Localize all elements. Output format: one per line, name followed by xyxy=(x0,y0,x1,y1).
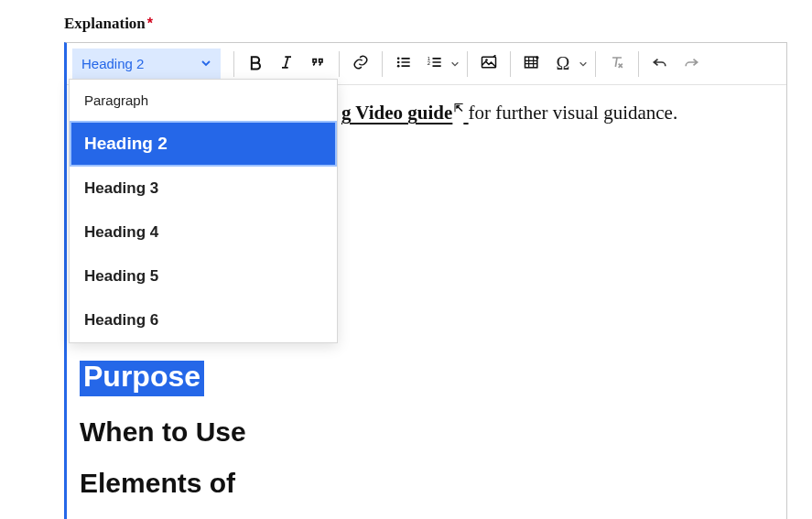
toolbar-separator xyxy=(595,51,596,77)
toolbar-separator xyxy=(510,51,511,77)
insert-table-button[interactable] xyxy=(516,49,547,80)
external-link-icon: ⇱ xyxy=(454,102,463,115)
bulleted-list-icon xyxy=(395,53,413,75)
heading-option-heading-2[interactable]: Heading 2 xyxy=(70,121,337,167)
redo-icon xyxy=(682,53,700,75)
video-guide-link-text: g Video guide xyxy=(341,102,452,124)
bold-icon xyxy=(246,53,265,75)
toolbar-separator xyxy=(339,51,340,77)
toolbar-separator xyxy=(467,51,468,77)
required-indicator: * xyxy=(147,16,153,31)
clear-formatting-button[interactable] xyxy=(601,49,633,80)
svg-point-1 xyxy=(397,60,400,63)
heading-dropdown-menu[interactable]: ParagraphHeading 2Heading 3Heading 4Head… xyxy=(69,79,338,343)
svg-point-6 xyxy=(485,59,488,61)
svg-point-0 xyxy=(397,57,400,59)
toolbar-separator xyxy=(638,51,639,77)
link-button[interactable] xyxy=(345,49,376,80)
numbered-list-button[interactable]: 12 xyxy=(419,49,450,80)
undo-icon xyxy=(651,53,669,75)
content-line-1: g Video guide⇱ for further visual guidan… xyxy=(341,102,774,124)
chevron-down-icon xyxy=(450,56,460,72)
heading-option-heading-3[interactable]: Heading 3 xyxy=(70,167,337,211)
svg-rect-7 xyxy=(525,57,537,68)
heading-option-heading-5[interactable]: Heading 5 xyxy=(70,254,337,298)
clear-format-icon xyxy=(608,53,626,75)
toolbar-separator xyxy=(382,51,383,77)
media-icon xyxy=(480,53,498,75)
undo-button[interactable] xyxy=(644,49,676,80)
link-icon xyxy=(352,53,370,75)
chevron-down-icon xyxy=(200,56,211,71)
toolbar-separator xyxy=(233,51,234,77)
blockquote-button[interactable] xyxy=(302,49,333,80)
svg-rect-5 xyxy=(482,57,496,68)
heading-when-to-use[interactable]: When to Use xyxy=(80,416,774,448)
italic-button[interactable] xyxy=(271,49,302,80)
chevron-down-icon xyxy=(579,56,588,72)
italic-icon xyxy=(277,53,296,75)
heading-option-heading-4[interactable]: Heading 4 xyxy=(70,211,337,254)
content-line-1-rest: for further visual guidance. xyxy=(469,102,678,124)
insert-media-button[interactable] xyxy=(473,49,504,80)
numbered-list-icon: 12 xyxy=(426,53,444,75)
bulleted-list-button[interactable] xyxy=(388,49,419,80)
list-style-dropdown[interactable] xyxy=(449,56,461,72)
table-icon xyxy=(523,53,541,75)
heading-elements-of[interactable]: Elements of xyxy=(80,468,774,499)
special-char-button[interactable]: Ω xyxy=(547,49,579,80)
video-guide-link[interactable]: g Video guide⇱ xyxy=(341,102,469,124)
heading-dropdown-label: Heading 2 xyxy=(81,56,144,71)
quote-icon xyxy=(309,53,327,75)
svg-point-2 xyxy=(397,64,400,67)
heading-dropdown-button[interactable]: Heading 2 xyxy=(72,49,221,80)
special-char-icon: Ω xyxy=(557,53,570,74)
field-label: Explanation xyxy=(64,15,146,32)
svg-text:2: 2 xyxy=(428,59,430,65)
bold-button[interactable] xyxy=(240,49,271,80)
special-char-dropdown[interactable] xyxy=(577,56,590,72)
heading-option-paragraph[interactable]: Paragraph xyxy=(70,80,337,121)
heading-option-heading-6[interactable]: Heading 6 xyxy=(70,298,337,342)
field-label-row: Explanation* xyxy=(64,15,812,33)
heading-purpose[interactable]: Purpose xyxy=(80,361,204,396)
redo-button[interactable] xyxy=(676,49,707,80)
